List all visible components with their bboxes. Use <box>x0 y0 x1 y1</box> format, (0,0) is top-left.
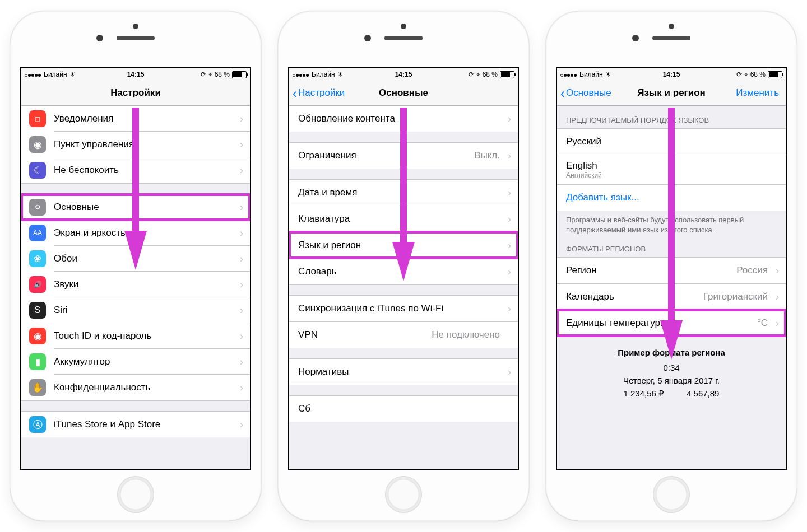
list-item[interactable]: ◉Touch ID и код-пароль› <box>21 323 250 349</box>
row-label: Клавиатура <box>298 213 350 225</box>
status-bar: Билайн ☀︎ 14:15 ⟳ ⌖ 68 % <box>21 68 250 81</box>
list-item[interactable]: ▮Аккумулятор› <box>21 349 250 375</box>
row-label: Регион <box>566 265 597 276</box>
lang-region-list[interactable]: ПРЕДПОЧИТАЕМЫЙ ПОРЯДОК ЯЗЫКОВ РусскийEng… <box>557 106 786 469</box>
example-number-2: 4 567,89 <box>687 389 719 399</box>
row-label: Аккумулятор <box>54 356 110 367</box>
edit-button[interactable]: Изменить <box>736 87 779 99</box>
phone-general: Билайн ☀︎ 14:15 ⟳ ⌖ 68 % ‹Настройки Осно… <box>278 11 529 521</box>
row-sublabel: Английский <box>566 171 602 179</box>
list-item[interactable]: 🔊Звуки› <box>21 272 250 297</box>
battery-icon <box>232 71 247 78</box>
row-label: Звуки <box>54 279 78 290</box>
row-label: Экран и яркость <box>54 227 126 239</box>
carrier-label: Билайн <box>44 71 67 78</box>
chevron-left-icon: ‹ <box>293 88 297 98</box>
settings-list[interactable]: ◻︎Уведомления›◉Пункт управления›☾Не бесп… <box>21 106 250 469</box>
app-icon: ❀ <box>29 250 46 267</box>
bluetooth-icon: ⌖ <box>476 71 480 78</box>
list-item[interactable]: Клавиатура› <box>289 206 518 232</box>
list-item[interactable]: Дата и время› <box>289 180 518 206</box>
navbar-general: ‹Настройки Основные <box>289 81 518 106</box>
list-item[interactable]: VPNНе подключено <box>289 321 518 348</box>
home-button[interactable] <box>653 476 690 513</box>
row-label: English <box>566 160 602 171</box>
carrier-label: Билайн <box>579 71 603 78</box>
back-label: Основные <box>566 87 611 99</box>
battery-icon <box>768 71 782 78</box>
row-label: Siri <box>54 305 68 316</box>
list-item[interactable]: ⚙︎Основные› <box>21 194 250 220</box>
phone-settings: Билайн ☀︎ 14:15 ⟳ ⌖ 68 % Настройки ◻︎Уве… <box>10 11 261 521</box>
row-label: VPN <box>298 329 318 340</box>
row-label: Обои <box>54 253 77 264</box>
list-item[interactable]: Нормативы› <box>289 359 518 385</box>
example-time: 0:34 <box>557 363 786 372</box>
example-block: Пример формата региона 0:34 Четверг, 5 я… <box>557 337 786 399</box>
chevron-right-icon: › <box>508 113 511 125</box>
app-icon: ☾ <box>29 162 46 179</box>
chevron-right-icon: › <box>508 187 511 199</box>
chevron-left-icon: ‹ <box>560 88 565 98</box>
status-bar: Билайн ☀︎ 14:15 ⟳ ⌖ 68 % <box>289 68 518 81</box>
list-item[interactable]: ❀Обои› <box>21 246 250 272</box>
list-item[interactable]: Обновление контента› <box>289 106 518 132</box>
battery-label: 68 % <box>750 71 766 78</box>
app-icon: Ⓐ <box>29 416 46 433</box>
back-label: Настройки <box>298 87 345 99</box>
battery-icon <box>500 71 514 78</box>
language-item[interactable]: EnglishАнглийский <box>557 155 786 184</box>
sensor-dot <box>669 24 674 29</box>
list-item[interactable]: Словарь› <box>289 258 518 284</box>
chevron-right-icon: › <box>240 279 243 291</box>
chevron-right-icon: › <box>776 318 779 329</box>
chevron-right-icon: › <box>240 330 243 342</box>
list-item[interactable]: Сб <box>289 396 518 422</box>
list-item[interactable]: ☾Не беспокоить› <box>21 157 250 183</box>
bluetooth-icon: ⌖ <box>744 71 748 78</box>
app-icon: ▮ <box>29 353 46 370</box>
row-label: Синхронизация с iTunes по Wi-Fi <box>298 303 443 314</box>
row-label: Основные <box>54 202 99 213</box>
list-item[interactable]: ⒶiTunes Store и App Store› <box>21 412 250 437</box>
list-item[interactable]: Единицы температуры°C› <box>557 310 786 336</box>
screen-2: Билайн ☀︎ 14:15 ⟳ ⌖ 68 % ‹Настройки Осно… <box>288 67 519 470</box>
row-label: Единицы температуры <box>566 318 667 329</box>
row-label: Обновление контента <box>298 113 395 124</box>
list-item[interactable]: КалендарьГригорианский› <box>557 283 786 310</box>
list-item[interactable]: Синхронизация с iTunes по Wi-Fi› <box>289 296 518 321</box>
list-item[interactable]: ◉Пункт управления› <box>21 132 250 157</box>
chevron-right-icon: › <box>240 382 243 394</box>
row-label: Конфиденциальность <box>54 382 150 393</box>
app-icon: AA <box>29 225 46 241</box>
list-item[interactable]: ✋Конфиденциальность› <box>21 375 250 400</box>
section-header: ПРЕДПОЧИТАЕМЫЙ ПОРЯДОК ЯЗЫКОВ <box>557 106 786 128</box>
list-item[interactable]: РегионРоссия› <box>557 258 786 283</box>
back-button[interactable]: ‹Настройки <box>293 87 345 99</box>
list-item[interactable]: Язык и регион› <box>289 232 518 258</box>
app-icon: ◉ <box>29 328 46 344</box>
app-icon: S <box>29 302 46 319</box>
general-list[interactable]: Обновление контента› ОграниченияВыкл.› Д… <box>289 106 518 469</box>
rotation-lock-icon: ⟳ <box>736 71 742 78</box>
home-button[interactable] <box>385 476 422 513</box>
row-label: Словарь <box>298 266 336 277</box>
example-date: Четверг, 5 января 2017 г. <box>557 376 786 385</box>
back-button[interactable]: ‹Основные <box>560 87 611 99</box>
add-language-button[interactable]: Добавить язык... <box>557 184 786 211</box>
chevron-right-icon: › <box>508 240 511 251</box>
row-label: iTunes Store и App Store <box>54 419 160 430</box>
home-button[interactable] <box>117 476 154 513</box>
row-value: Выкл. <box>474 150 500 161</box>
row-value: Григорианский <box>703 291 768 302</box>
list-item[interactable]: AAЭкран и яркость› <box>21 220 250 246</box>
list-item[interactable]: SSiri› <box>21 297 250 323</box>
list-item[interactable]: ◻︎Уведомления› <box>21 106 250 132</box>
page-title: Основные <box>379 87 428 99</box>
signal-icon <box>25 71 41 78</box>
row-value: °C <box>757 318 768 329</box>
language-item[interactable]: Русский <box>557 129 786 155</box>
chevron-right-icon: › <box>776 265 779 277</box>
list-item[interactable]: ОграниченияВыкл.› <box>289 143 518 169</box>
battery-label: 68 % <box>483 71 498 78</box>
